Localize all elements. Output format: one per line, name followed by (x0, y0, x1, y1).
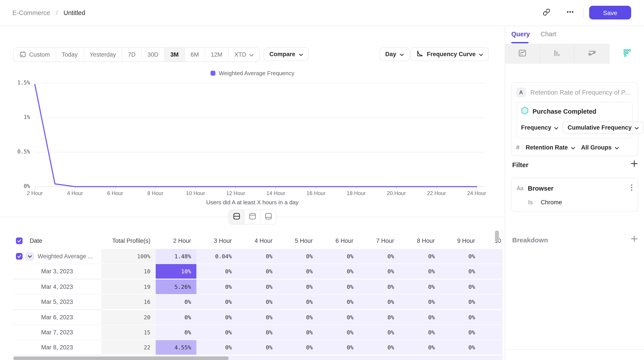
granularity-dropdown[interactable]: Day (380, 47, 410, 61)
filter-menu-button[interactable] (631, 184, 632, 193)
value-cell: 0% (400, 340, 440, 355)
value-cell: 0% (196, 280, 237, 294)
x-tick-label: 16 Hour (296, 190, 336, 196)
value-cell: 0% (318, 325, 359, 340)
layout-top-icon (249, 213, 256, 222)
range-6m[interactable]: 6M (184, 48, 205, 62)
chevron-down-icon (635, 124, 639, 131)
frequency-dots-icon (622, 49, 631, 59)
filter-operator[interactable]: Is (528, 199, 533, 206)
range-7d[interactable]: 7D (122, 48, 141, 62)
expand-row-button[interactable] (25, 252, 34, 261)
column-header: Total Profile(s) (101, 238, 156, 244)
chart-type-frequency-dots[interactable] (609, 44, 644, 64)
add-breakdown-button[interactable] (631, 235, 638, 244)
value-cell: 0% (400, 280, 440, 294)
calendar-icon (20, 51, 26, 58)
breadcrumb-report-name[interactable]: Untitled (64, 9, 85, 16)
event-card[interactable]: Purchase Completed Frequency Cumulative … (516, 102, 633, 138)
range-label: 7D (128, 51, 136, 58)
tab-chart[interactable]: Chart (540, 30, 556, 38)
filter-value[interactable]: Chrome (541, 199, 562, 206)
value-cell (278, 355, 318, 360)
horizontal-scrollbar[interactable] (13, 356, 229, 360)
range-custom[interactable]: Custom (14, 48, 56, 62)
sidebar-footer: What's New (505, 350, 644, 360)
chevron-down-icon (250, 51, 254, 58)
value-cell: 0% (156, 325, 196, 340)
chart-type-bar-chart[interactable] (540, 44, 574, 64)
right-sidebar: Query Chart A Retention Rate of Frequenc… (505, 26, 644, 360)
table-header-row: DateTotal Profile(s)2 Hour3 Hour4 Hour5 … (13, 236, 502, 246)
value-cell: 0% (196, 264, 237, 279)
x-axis-title: Users did A at least X hours in a day (0, 199, 505, 206)
value-cell: 0% (318, 294, 359, 309)
chevron-down-icon (615, 144, 619, 151)
measure-type-label: Cumulative Frequency (568, 124, 632, 131)
value-cell: 0% (440, 249, 480, 264)
row-label: Mar 7, 2023 (13, 325, 73, 340)
layout-split-button[interactable] (229, 210, 244, 224)
range-30d[interactable]: 30D (141, 48, 164, 62)
range-3m[interactable]: 3M (164, 48, 184, 62)
value-cell: 0% (440, 264, 480, 279)
x-tick-label: 6 Hour (95, 190, 135, 196)
measure-type-dropdown[interactable]: Cumulative Frequency (563, 122, 644, 134)
range-today[interactable]: Today (56, 48, 84, 62)
step-title[interactable]: Retention Rate of Frequency of P... (530, 89, 630, 96)
table-row: Mar 8, 2023224.55%0%0%0%0%0%0%0%0% (13, 340, 502, 355)
chevron-down-icon (28, 249, 32, 264)
value-cell (400, 355, 440, 360)
row-label: Mar 6, 2023 (13, 310, 73, 324)
breadcrumb-project[interactable]: E-Commerce (12, 9, 50, 16)
chart-type-flow-chart[interactable] (574, 44, 609, 64)
total-profiles-cell: 20 (101, 310, 156, 324)
tab-query[interactable]: Query (511, 30, 530, 38)
more-options-button[interactable] (564, 6, 577, 20)
total-profiles-cell: 22 (101, 340, 156, 355)
row-label: Mar 3, 2023 (13, 264, 73, 279)
row-label: Mar 4, 2023 (13, 280, 73, 294)
save-button[interactable]: Save (589, 6, 631, 20)
legend-swatch[interactable] (210, 71, 215, 76)
filter-property[interactable]: Browser (528, 185, 626, 192)
layout-chart-only-button[interactable] (244, 210, 260, 224)
row-checkbox[interactable] (16, 253, 22, 260)
value-cell: 0% (359, 249, 400, 264)
table-row: Mar 5, 2023160%0%0%0%0%0%0%0%0% (13, 294, 502, 309)
aggregation-dropdown[interactable]: Retention Rate (526, 144, 575, 151)
flow-chart-icon (588, 49, 596, 58)
date-range-selector: CustomTodayYesterday7D30D3M6M12MXTD (13, 47, 260, 62)
link-icon (542, 8, 550, 18)
breakdown-section-title: Breakdown (512, 236, 548, 244)
event-name[interactable]: Purchase Completed (532, 108, 596, 115)
value-cell: 0% (480, 294, 502, 309)
column-header: 4 Hour (237, 238, 278, 244)
measure-dropdown[interactable]: Frequency (521, 124, 558, 131)
row-label: Mar 8, 2023 (13, 340, 73, 355)
vertical-scrollbar[interactable] (495, 230, 499, 242)
range-12m[interactable]: 12M (204, 48, 228, 62)
copy-link-button[interactable] (540, 6, 553, 20)
compare-button[interactable]: Compare (264, 47, 308, 61)
column-header-date: Date (13, 238, 101, 244)
value-cell: 0% (359, 294, 400, 309)
chart-type-line-chart[interactable] (505, 44, 540, 64)
range-xtd[interactable]: XTD (228, 48, 259, 62)
value-cell: 0% (278, 294, 318, 309)
bar-chart-icon (553, 49, 561, 58)
active-tab-indicator (511, 42, 528, 43)
value-cell: 0% (156, 294, 196, 309)
groups-dropdown[interactable]: All Groups (581, 144, 619, 151)
value-cell: 0% (359, 264, 400, 279)
range-yesterday[interactable]: Yesterday (84, 48, 122, 62)
value-cell: 0% (318, 310, 359, 324)
chart-mode-dropdown[interactable]: Frequency Curve (410, 47, 489, 61)
x-tick-label: 24 Hour (457, 190, 496, 196)
layout-toggle-group (228, 210, 276, 225)
add-filter-button[interactable] (631, 160, 638, 169)
select-all-checkbox[interactable] (16, 238, 22, 244)
layout-table-only-button[interactable] (260, 210, 276, 224)
value-cell: 0% (196, 325, 237, 340)
value-cell: 0% (400, 325, 440, 340)
